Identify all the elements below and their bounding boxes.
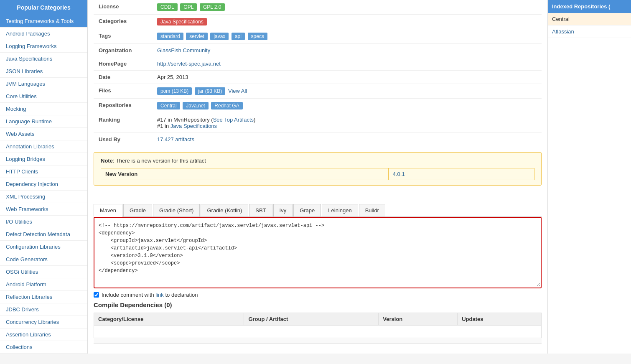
sidebar-item-jdbc[interactable]: JDBC Drivers: [0, 303, 87, 316]
sidebar-item-io[interactable]: I/O Utilities: [0, 216, 87, 228]
info-table: License CDDL GPL GPL 2.0 Categories Java…: [94, 0, 542, 146]
compile-deps-section: Compile Dependencies (0) Category/Licens…: [88, 301, 547, 352]
col-updates: Updates: [458, 313, 542, 326]
comment-link[interactable]: link: [155, 292, 164, 298]
scroll-row[interactable]: [94, 338, 542, 344]
sidebar-item-lang-runtime[interactable]: Language Runtime: [0, 115, 87, 128]
sidebar-item-osgi[interactable]: OSGi Utilities: [0, 266, 87, 278]
categories-label: Categories: [94, 15, 152, 29]
badge-tag-api[interactable]: api: [232, 33, 245, 40]
repositories-row: Repositories Central Java.net Redhat GA: [94, 99, 542, 113]
code-textarea[interactable]: <!-- https://mvnrepository.com/artifact/…: [94, 218, 541, 286]
sidebar-item-core[interactable]: Core Utilities: [0, 90, 87, 103]
sidebar-item-logging-bridges[interactable]: Logging Bridges: [0, 153, 87, 165]
table-row: [94, 326, 542, 338]
comment-checkbox[interactable]: [94, 292, 99, 298]
right-panel-title: Indexed Repositories (: [548, 0, 631, 13]
ranking-spec: #1 in Java Specifications: [157, 123, 217, 129]
sidebar-item-assertion[interactable]: Assertion Libraries: [0, 328, 87, 341]
file-pom[interactable]: pom (13 KB): [157, 87, 192, 95]
sidebar-item-annotation[interactable]: Annotation Libraries: [0, 140, 87, 153]
note-text: Note: There is a new version for this ar…: [101, 158, 534, 164]
comment-checkbox-row: Include comment with link to declaration: [94, 292, 542, 298]
sidebar-item-mocking[interactable]: Mocking: [0, 103, 87, 115]
ranking-values: #17 in MvnRepository (See Top Artifacts)…: [152, 113, 542, 133]
note-title: Note: [101, 158, 113, 164]
note-version-table: New Version 4.0.1: [101, 168, 534, 180]
new-version-link[interactable]: 4.0.1: [393, 171, 405, 177]
organization-value: GlassFish Community: [152, 44, 542, 57]
homepage-value: http://servlet-spec.java.net: [152, 57, 542, 71]
categories-values: Java Specifications: [152, 15, 542, 29]
right-panel-item-central[interactable]: Central: [548, 13, 631, 25]
sidebar-item-logging[interactable]: Logging Frameworks: [0, 40, 87, 53]
tab-ivy[interactable]: Ivy: [273, 204, 293, 216]
new-version-label: New Version: [101, 168, 389, 180]
repo-javanet[interactable]: Java.net: [183, 102, 208, 109]
col-category: Category/License: [94, 313, 244, 326]
tab-gradle-short[interactable]: Gradle (Short): [153, 204, 200, 216]
sidebar-item-java-specs[interactable]: Java Specifications: [0, 53, 87, 65]
date-label: Date: [94, 71, 152, 84]
sidebar-item-defect[interactable]: Defect Detection Metadata: [0, 228, 87, 241]
organization-link[interactable]: GlassFish Community: [157, 47, 210, 53]
files-viewall[interactable]: View All: [228, 88, 247, 94]
sidebar-item-http[interactable]: HTTP Clients: [0, 165, 87, 178]
repositories-label: Repositories: [94, 99, 152, 113]
tab-gradle-kotlin[interactable]: Gradle (Kotlin): [201, 204, 248, 216]
badge-gpl2[interactable]: GPL 2.0: [200, 3, 225, 11]
sidebar-item-reflection[interactable]: Reflection Libraries: [0, 291, 87, 303]
right-panel: Indexed Repositories ( Central Atlassian: [547, 0, 631, 354]
tab-grape[interactable]: Grape: [293, 204, 321, 216]
homepage-link[interactable]: http://servlet-spec.java.net: [157, 61, 221, 67]
sidebar-item-jvm[interactable]: JVM Languages: [0, 78, 87, 90]
badge-category[interactable]: Java Specifications: [157, 18, 207, 25]
sidebar-item-json[interactable]: JSON Libraries: [0, 65, 87, 78]
usedby-row: Used By 17,427 artifacts: [94, 133, 542, 146]
sidebar-item-config[interactable]: Configuration Libraries: [0, 241, 87, 253]
sidebar: Popular Categories Testing Frameworks & …: [0, 0, 88, 354]
badge-tag-servlet[interactable]: servlet: [186, 33, 207, 40]
sidebar-item-testing[interactable]: Testing Frameworks & Tools: [0, 15, 87, 28]
badge-tag-specs[interactable]: specs: [248, 33, 267, 40]
categories-row: Categories Java Specifications: [94, 15, 542, 29]
sidebar-item-codegen[interactable]: Code Generators: [0, 253, 87, 266]
dependency-tabs-area: Maven Gradle Gradle (Short) Gradle (Kotl…: [88, 200, 547, 217]
badge-cddl[interactable]: CDDL: [157, 3, 178, 11]
tags-label: Tags: [94, 29, 152, 44]
sidebar-item-android[interactable]: Android Packages: [0, 28, 87, 40]
file-jar[interactable]: jar (93 KB): [195, 87, 225, 95]
repo-redhat[interactable]: Redhat GA: [211, 102, 242, 109]
tab-leiningen[interactable]: Leiningen: [322, 204, 358, 216]
note-box: Note: There is a new version for this ar…: [94, 152, 542, 186]
license-row: License CDDL GPL GPL 2.0: [94, 0, 542, 15]
files-values: pom (13 KB) jar (93 KB) View All: [152, 84, 542, 99]
badge-tag-javax[interactable]: javax: [210, 33, 229, 40]
tab-maven[interactable]: Maven: [94, 204, 122, 217]
tab-gradle[interactable]: Gradle: [123, 204, 152, 216]
sidebar-item-web-assets[interactable]: Web Assets: [0, 128, 87, 140]
right-panel-item-atlassian[interactable]: Atlassian: [548, 25, 631, 38]
sidebar-item-di[interactable]: Dependency Injection: [0, 178, 87, 191]
sidebar-item-collections[interactable]: Collections: [0, 341, 87, 354]
comment-label: Include comment with link to declaration: [102, 292, 198, 298]
note-body: : There is a new version for this artifa…: [113, 158, 206, 164]
sidebar-item-xml[interactable]: XML Processing: [0, 191, 87, 203]
ranking-mvn-link[interactable]: See Top Artifacts: [213, 117, 254, 123]
license-values: CDDL GPL GPL 2.0: [152, 0, 542, 15]
badge-tag-standard[interactable]: standard: [157, 33, 183, 40]
dependency-tabs: Maven Gradle Gradle (Short) Gradle (Kotl…: [94, 204, 542, 217]
usedby-link[interactable]: 17,427 artifacts: [157, 136, 194, 143]
tab-buildr[interactable]: Buildr: [359, 204, 385, 216]
sidebar-item-android-platform[interactable]: Android Platform: [0, 278, 87, 291]
sidebar-item-web-frameworks[interactable]: Web Frameworks: [0, 203, 87, 216]
usedby-value: 17,427 artifacts: [152, 133, 542, 146]
badge-gpl[interactable]: GPL: [180, 3, 197, 11]
repo-central[interactable]: Central: [157, 102, 180, 109]
tab-sbt[interactable]: SBT: [249, 204, 272, 216]
usedby-label: Used By: [94, 133, 152, 146]
ranking-spec-link[interactable]: Java Specifications: [170, 123, 217, 129]
organization-row: Organization GlassFish Community: [94, 44, 542, 57]
sidebar-item-concurrency[interactable]: Concurrency Libraries: [0, 316, 87, 328]
tags-values: standard servlet javax api specs: [152, 29, 542, 44]
